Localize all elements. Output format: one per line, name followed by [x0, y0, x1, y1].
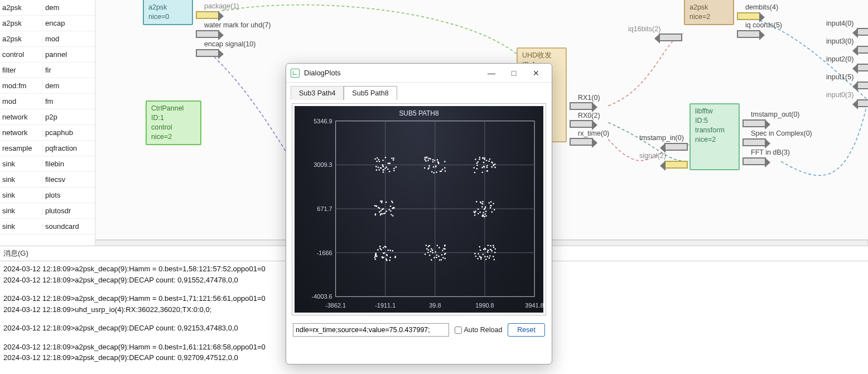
port-in[interactable] — [857, 99, 868, 107]
svg-point-75 — [433, 166, 435, 168]
node-type: a2psk — [148, 3, 187, 12]
node-a2psk-mod[interactable]: ID:3 a2psk nice=0 — [143, 0, 193, 25]
module-row[interactable]: networkpcaphub — [0, 125, 95, 141]
reset-button[interactable]: Reset — [508, 323, 545, 337]
svg-point-145 — [393, 207, 395, 209]
module-row[interactable]: modfm — [0, 94, 95, 109]
port-out[interactable] — [570, 138, 593, 146]
module-row[interactable]: resamplepqfraction — [0, 141, 95, 156]
svg-point-35 — [396, 166, 397, 168]
port-in[interactable] — [857, 64, 868, 71]
module-row[interactable]: filterfir — [0, 63, 95, 78]
port-in[interactable] — [857, 46, 868, 54]
module-row[interactable]: networkp2p — [0, 109, 95, 125]
port-in[interactable] — [659, 33, 682, 41]
module-cat: mod:fm — [0, 81, 43, 90]
port-label: FFT in dB(3) — [751, 148, 790, 156]
module-list[interactable]: a2pskdema2pskencapa2pskmodcontrolpannelf… — [0, 0, 95, 234]
svg-point-58 — [442, 169, 443, 170]
scatter-plot[interactable]: SUB5 PATH8-3862.1-1911.139.81990.83941.8… — [295, 106, 543, 313]
module-row[interactable]: sinkplutosdr — [0, 203, 95, 219]
svg-point-84 — [494, 164, 496, 165]
module-name: pannel — [43, 50, 95, 59]
port-out[interactable] — [196, 49, 219, 57]
dialog-plots-window[interactable]: DialogPlots — □ ✕ Sub3 Path4 Sub5 Path8 … — [286, 63, 552, 365]
svg-point-184 — [388, 250, 389, 251]
module-row[interactable]: sinkfilecsv — [0, 172, 95, 188]
svg-point-121 — [380, 200, 382, 202]
node-type: a2psk — [689, 3, 729, 12]
svg-text:-3862.1: -3862.1 — [325, 302, 346, 309]
svg-point-158 — [478, 213, 479, 214]
svg-point-251 — [483, 248, 485, 250]
node-ctrl-pannel[interactable]: CtrlPannel ID:1 control nice=2 — [146, 100, 201, 145]
module-cat: network — [0, 128, 43, 137]
port-out[interactable] — [737, 30, 760, 38]
svg-point-167 — [485, 207, 486, 208]
svg-point-71 — [440, 171, 441, 172]
svg-point-51 — [428, 158, 430, 160]
dialog-titlebar[interactable]: DialogPlots — □ ✕ — [286, 64, 552, 83]
port-out[interactable] — [742, 119, 766, 127]
svg-point-36 — [388, 162, 389, 164]
svg-point-136 — [375, 213, 377, 215]
port-in[interactable] — [857, 28, 868, 36]
svg-point-246 — [488, 250, 489, 251]
node-libfftw[interactable]: libfftw ID:5 transform nice=2 — [689, 103, 740, 170]
svg-point-19 — [375, 166, 377, 167]
dialog-title: DialogPlots — [304, 69, 480, 77]
svg-point-47 — [385, 157, 387, 159]
svg-point-114 — [385, 210, 387, 212]
port-label: RX0(2) — [578, 112, 600, 119]
svg-point-44 — [391, 157, 393, 159]
svg-point-165 — [478, 209, 479, 210]
svg-point-235 — [426, 244, 427, 246]
auto-reload-check[interactable] — [455, 327, 462, 334]
port-out[interactable] — [742, 157, 766, 165]
svg-point-28 — [374, 158, 376, 160]
status-input[interactable] — [293, 323, 449, 337]
port-out[interactable] — [742, 138, 766, 146]
port-out[interactable] — [737, 12, 760, 20]
port-out[interactable] — [196, 30, 219, 38]
svg-point-243 — [478, 253, 479, 255]
svg-point-113 — [479, 159, 480, 160]
module-row[interactable]: sinksoundcard — [0, 219, 95, 234]
tab-sub5-path8[interactable]: Sub5 Path8 — [344, 86, 397, 100]
svg-point-150 — [484, 208, 485, 210]
svg-point-244 — [474, 253, 476, 255]
port-label: package(1) — [204, 2, 239, 10]
module-row[interactable]: a2pskmod — [0, 31, 95, 47]
port-out[interactable] — [196, 11, 219, 19]
auto-reload-checkbox[interactable]: Auto Reload — [455, 326, 503, 334]
node-a2psk-decap[interactable]: ID:8 a2psk nice=2 — [684, 0, 734, 25]
port-label: RX1(0) — [578, 94, 600, 102]
svg-point-144 — [375, 205, 377, 207]
svg-point-213 — [432, 252, 433, 253]
port-out[interactable] — [570, 102, 593, 110]
svg-point-83 — [476, 168, 478, 170]
svg-point-226 — [425, 253, 426, 255]
module-row[interactable]: sinkfilebin — [0, 156, 95, 172]
svg-point-258 — [479, 246, 480, 248]
module-row[interactable]: a2pskencap — [0, 16, 95, 31]
minimize-button[interactable]: — — [480, 65, 503, 81]
port-label: tmstamp_out(0) — [751, 111, 800, 118]
tab-sub3-path4[interactable]: Sub3 Path4 — [291, 86, 344, 100]
svg-point-108 — [479, 157, 481, 159]
port-out[interactable] — [570, 120, 593, 128]
module-row[interactable]: a2pskdem — [0, 0, 95, 16]
module-row[interactable]: sinkplots — [0, 188, 95, 203]
svg-point-133 — [392, 202, 393, 203]
close-button[interactable]: ✕ — [525, 65, 547, 81]
port-in[interactable] — [857, 81, 868, 89]
module-row[interactable]: controlpannel — [0, 47, 95, 63]
svg-point-272 — [480, 258, 482, 260]
svg-point-219 — [429, 255, 431, 256]
module-row[interactable]: mod:fmdem — [0, 78, 95, 94]
svg-point-268 — [487, 251, 489, 253]
port-in[interactable] — [664, 161, 688, 169]
port-in[interactable] — [664, 143, 688, 151]
node-id: ID:5 — [695, 116, 734, 126]
maximize-button[interactable]: □ — [503, 65, 525, 81]
